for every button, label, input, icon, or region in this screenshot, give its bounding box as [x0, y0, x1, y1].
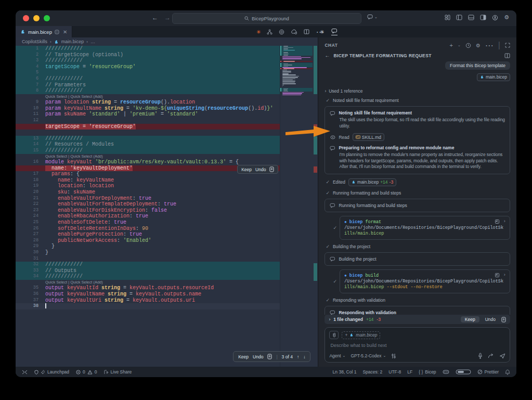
- codelens-link[interactable]: Quick Select (Add): [70, 280, 103, 285]
- encoding[interactable]: UTF-8: [388, 369, 401, 375]
- model-picker[interactable]: GPT-5.2-Codex ⌄: [351, 353, 386, 358]
- maximize-panel-icon[interactable]: [505, 43, 510, 48]
- step-responding[interactable]: ✓ Responding with validation: [325, 298, 510, 303]
- code-line[interactable]: 38: [16, 303, 318, 309]
- chat-history[interactable]: Format this Bicep template main.bicep › …: [318, 59, 516, 315]
- split-editor-icon[interactable]: [304, 29, 309, 34]
- code-line[interactable]: 27 enablePurgeProtection: true: [16, 231, 318, 238]
- open-changes-icon[interactable]: [495, 273, 500, 278]
- codelens-row[interactable]: Quick Select | Quick Select (Add): [16, 154, 318, 160]
- previous-change-icon[interactable]: ↑: [297, 354, 299, 359]
- copilot-starburst-icon[interactable]: ✳: [320, 29, 324, 35]
- more-actions-icon[interactable]: ⋯: [485, 41, 494, 50]
- maximize-window-button[interactable]: [44, 15, 50, 21]
- undo-button[interactable]: Undo: [253, 354, 263, 359]
- code-line[interactable]: 31: [16, 256, 318, 262]
- suggested-context-chip[interactable]: + main.bicep: [342, 331, 380, 339]
- step-edited[interactable]: ✓ Edited main.bicep +14 -3: [325, 178, 510, 186]
- undo-button[interactable]: Undo: [255, 167, 266, 172]
- keep-button[interactable]: Keep: [461, 316, 479, 322]
- step-running[interactable]: ✓ Running formatting and build steps: [325, 190, 510, 196]
- code-line[interactable]: 12: [16, 118, 318, 124]
- read-step[interactable]: Read SKILL.md: [330, 133, 505, 141]
- diff-file-icon[interactable]: [269, 166, 274, 172]
- diff-file-icon[interactable]: [267, 354, 272, 359]
- chevron-right-icon[interactable]: ›: [329, 317, 330, 322]
- copilot-toggle[interactable]: [456, 369, 471, 375]
- terminal-command-box[interactable]: › ● bicep build /Users/john/Documents/Re…: [340, 269, 510, 293]
- back-button[interactable]: ←: [152, 14, 158, 21]
- terminal-command-box[interactable]: › ● bicep format /Users/john/Documents/R…: [340, 216, 510, 240]
- attach-context-button[interactable]: [329, 331, 339, 339]
- settings-gear-icon[interactable]: ⚙: [504, 14, 509, 21]
- code-line[interactable]: 23 enableVaultForDiskEncryption: false: [16, 208, 318, 214]
- open-in-editor-icon[interactable]: [504, 53, 510, 58]
- code-line[interactable]: 35output keyVaultId string = keyVault.ou…: [16, 285, 318, 291]
- breadcrumb-file[interactable]: main.bicep: [61, 39, 84, 44]
- keep-button[interactable]: Keep: [238, 354, 249, 359]
- code-line[interactable]: 30}: [16, 250, 318, 256]
- codelens-link[interactable]: Quick Select: [45, 94, 67, 99]
- minimap[interactable]: [280, 46, 313, 367]
- history-icon[interactable]: [465, 43, 471, 48]
- code-line[interactable]: 28 publicNetworkAccess: 'Enabled': [16, 238, 318, 244]
- open-changes-icon[interactable]: [495, 219, 500, 224]
- read-file-chip[interactable]: SKILL.md: [353, 133, 384, 141]
- next-change-icon[interactable]: ↓: [303, 354, 305, 359]
- code-line[interactable]: 8////////////: [16, 88, 318, 94]
- customize-layout-icon[interactable]: [445, 15, 450, 20]
- visualizer-graph-icon[interactable]: [267, 29, 273, 35]
- problems-item[interactable]: 0 0: [76, 369, 97, 375]
- language-mode[interactable]: { } Bicep: [419, 369, 436, 375]
- code-line[interactable]: 2// TargetScope (optional): [16, 52, 318, 58]
- codelens-row[interactable]: Quick Select | Quick Select (Add): [16, 94, 318, 100]
- close-window-button[interactable]: [23, 15, 29, 21]
- chevron-right-icon[interactable]: ›: [503, 219, 506, 225]
- new-chat-icon[interactable]: +: [450, 42, 453, 48]
- prettier-item[interactable]: Prettier: [477, 369, 499, 375]
- step-noted[interactable]: ✓ Noted skill file format requirement: [325, 98, 510, 103]
- cursor-position[interactable]: Ln 38, Col 1: [333, 369, 357, 375]
- diff-file-icon[interactable]: [501, 317, 506, 322]
- code-line[interactable]: 4targetScope = 'resourceGroup': [16, 64, 318, 70]
- code-line[interactable]: 7// Parameters: [16, 82, 318, 88]
- eol-sequence[interactable]: LF: [407, 369, 412, 375]
- codelens-link[interactable]: Quick Select: [45, 154, 67, 159]
- microphone-icon[interactable]: [478, 353, 483, 359]
- code-line[interactable]: 16module keyVault 'br/public:avm/res/key…: [16, 159, 318, 165]
- code-line[interactable]: 5: [16, 70, 318, 76]
- code-line[interactable]: 19 location: location: [16, 183, 318, 189]
- cloud-deploy-icon[interactable]: [291, 29, 297, 34]
- edited-file-chip[interactable]: main.bicep +14 -3: [348, 178, 396, 186]
- code-line[interactable]: 10param keyVaultName string = 'kv-demo-$…: [16, 106, 318, 112]
- breadcrumb-more[interactable]: …: [90, 39, 95, 44]
- chevron-right-icon[interactable]: ›: [503, 273, 506, 278]
- tab-badge-icon[interactable]: [55, 30, 59, 34]
- back-icon[interactable]: ←: [325, 53, 330, 58]
- code-line[interactable]: 22 enableVaultForTemplateDeployment: tru…: [16, 201, 318, 208]
- bicep-deploy-icon[interactable]: ✳: [256, 29, 261, 35]
- forward-arrow-icon[interactable]: [488, 353, 494, 358]
- indentation[interactable]: Spaces: 2: [362, 369, 382, 375]
- tab-close-icon[interactable]: ✕: [63, 29, 67, 35]
- tab-main-bicep[interactable]: main.bicep ✕: [16, 26, 72, 37]
- chat-input-placeholder[interactable]: Describe what to build next: [330, 343, 505, 348]
- toggle-secondary-sidebar-icon[interactable]: [480, 15, 486, 20]
- codelens-link[interactable]: Quick Select (Add): [70, 154, 103, 159]
- tools-icon[interactable]: [391, 353, 396, 359]
- notifications-bell-icon[interactable]: [505, 369, 510, 375]
- minimize-window-button[interactable]: [33, 15, 40, 21]
- undo-button[interactable]: Undo: [483, 316, 498, 322]
- code-line[interactable]: 11param skuName 'standard' | 'premium' =…: [16, 111, 318, 118]
- toggle-sidebar-icon[interactable]: [456, 15, 462, 20]
- code-line[interactable]: 29 }: [16, 243, 318, 250]
- code-line[interactable]: 34////////////: [16, 274, 318, 280]
- code-line[interactable]: 25 enableSoftDelete: true: [16, 220, 318, 226]
- launchpad-item[interactable]: Launchpad: [34, 369, 69, 375]
- code-line[interactable]: 20 sku: skuName: [16, 189, 318, 196]
- code-line[interactable]: 1////////////: [16, 46, 318, 52]
- send-icon[interactable]: [499, 353, 505, 359]
- code-line[interactable]: 6////////////: [16, 76, 318, 82]
- code-line[interactable]: 3////////////: [16, 58, 318, 64]
- toggle-panel-icon[interactable]: [468, 15, 474, 20]
